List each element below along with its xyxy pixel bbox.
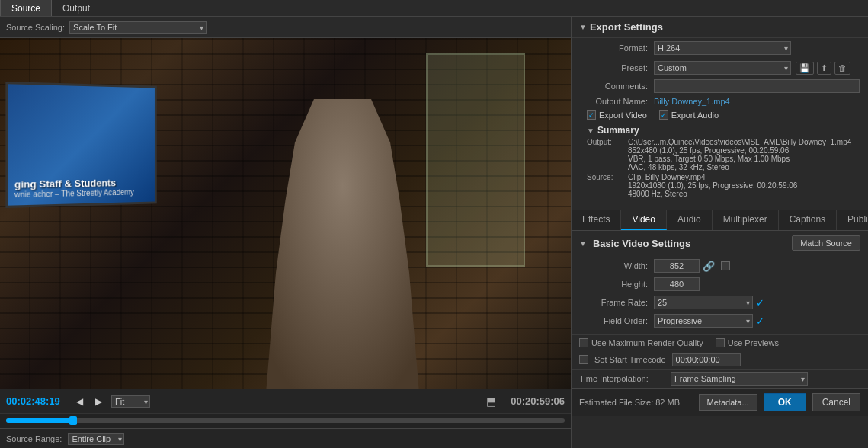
- tab-multiplexer[interactable]: Multiplexer: [713, 210, 779, 230]
- progress-handle[interactable]: [69, 416, 77, 425]
- ok-button[interactable]: OK: [764, 393, 806, 411]
- start-timecode-checkbox[interactable]: [579, 355, 588, 364]
- use-previews-checkbox[interactable]: [716, 338, 725, 347]
- source-range-select[interactable]: Entire Clip Work Area In to Out: [68, 433, 124, 445]
- video-settings-title: Basic Video Settings: [593, 238, 690, 249]
- comments-input[interactable]: [654, 79, 860, 93]
- progress-bar-fill: [6, 418, 73, 423]
- interpolation-row: Time Interpolation: Frame Sampling Frame…: [572, 369, 868, 388]
- progress-bar-track[interactable]: [6, 418, 565, 423]
- divider-1: [572, 206, 868, 206]
- summary-section: ▼ Summary Output: C:\User...m.Quince\Vid…: [572, 122, 868, 203]
- timecode-input[interactable]: [672, 353, 741, 366]
- format-label: Format:: [587, 43, 648, 53]
- width-check: [721, 261, 730, 270]
- tab-publish[interactable]: Publish: [837, 210, 868, 230]
- next-frame-btn[interactable]: ▶: [92, 395, 105, 408]
- frame-rate-label: Frame Rate:: [579, 298, 648, 307]
- summary-output-val: C:\User...m.Quince\Videos\videos\MSL_AME…: [628, 138, 851, 171]
- start-timecode-label: Set Start Timecode: [594, 355, 666, 364]
- source-range-label: Source Range:: [6, 434, 62, 443]
- export-checks: ✓ Export Video ✓ Export Audio: [572, 108, 868, 122]
- export-settings-header: ▼ Export Settings: [572, 17, 868, 38]
- tab-audio[interactable]: Audio: [667, 210, 713, 230]
- fit-select[interactable]: Fit 25% 50% 75% 100%: [111, 395, 150, 408]
- tab-output[interactable]: Output: [52, 0, 101, 16]
- output-name-label: Output Name:: [587, 97, 648, 106]
- max-quality-checkbox[interactable]: [579, 338, 588, 347]
- max-quality-item: Use Maximum Render Quality: [579, 338, 703, 347]
- link-icon: 🔗: [703, 261, 715, 272]
- interpolation-select-wrapper: Frame Sampling Frame Blending Optical Fl…: [671, 372, 808, 386]
- metadata-button[interactable]: Metadata...: [699, 394, 757, 411]
- progress-bar-container[interactable]: [0, 413, 571, 428]
- interpolation-label: Time Interpolation:: [579, 374, 671, 383]
- export-audio-checkbox[interactable]: ✓: [659, 110, 668, 120]
- export-video-check-item: ✓ Export Video: [587, 110, 647, 120]
- preset-select[interactable]: Custom Match Source - High bitrate YouTu…: [654, 61, 791, 75]
- field-order-select-wrapper: Progressive Upper First Lower First: [654, 314, 753, 328]
- export-video-label: Export Video: [599, 110, 647, 120]
- tv-screen: ging Staff & Students wnie acher – The S…: [5, 82, 156, 208]
- timeline-controls: 00:02:48:19 ◀ ▶ Fit 25% 50% 75% 100% ⬒ 0…: [0, 389, 571, 413]
- timecode-row: Set Start Timecode: [572, 350, 868, 369]
- save-preset-btn[interactable]: 💾: [796, 62, 814, 75]
- use-previews-item: Use Previews: [716, 338, 779, 347]
- width-input[interactable]: [654, 259, 700, 273]
- summary-toggle[interactable]: ▼: [587, 126, 594, 135]
- top-tabs-bar: Source Output: [0, 0, 868, 17]
- video-preview: ging Staff & Students wnie acher – The S…: [0, 38, 571, 389]
- right-panel: ▼ Export Settings Format: H.264 H.265 AA…: [572, 17, 868, 448]
- tv-content: ging Staff & Students wnie acher – The S…: [8, 84, 155, 205]
- tab-video[interactable]: Video: [621, 210, 666, 230]
- height-input[interactable]: [654, 277, 700, 291]
- tab-source[interactable]: Source: [0, 0, 52, 16]
- interpolation-select[interactable]: Frame Sampling Frame Blending Optical Fl…: [671, 372, 808, 386]
- summary-source-block: Source: Clip, Billy Downey.mp4 1920x1080…: [587, 173, 860, 198]
- frame-rate-checkmark: ✓: [756, 297, 764, 309]
- match-source-button[interactable]: Match Source: [792, 235, 860, 251]
- cancel-button[interactable]: Cancel: [812, 393, 860, 411]
- export-video-checkbox[interactable]: ✓: [587, 110, 596, 120]
- field-order-label: Field Order:: [579, 316, 648, 325]
- height-label: Height:: [579, 280, 648, 289]
- max-quality-label: Use Maximum Render Quality: [591, 338, 703, 347]
- comments-row: Comments:: [572, 78, 868, 94]
- total-time-display: 00:20:59:06: [504, 395, 565, 407]
- tab-captions[interactable]: Captions: [779, 210, 837, 230]
- left-panel: Source Scaling: Scale To Fit Scale To Fi…: [0, 17, 572, 448]
- export-frame-btn[interactable]: ⬒: [485, 394, 498, 409]
- preset-label: Preset:: [587, 63, 648, 72]
- source-scaling-bar: Source Scaling: Scale To Fit Scale To Fi…: [0, 17, 571, 38]
- format-select-wrapper: H.264 H.265 AAC Audio AIFF AVI: [654, 41, 791, 55]
- output-name-link[interactable]: Billy Downey_1.mp4: [654, 97, 730, 106]
- delete-preset-btn[interactable]: 🗑: [834, 62, 850, 75]
- width-label: Width:: [579, 261, 648, 270]
- source-scaling-select[interactable]: Scale To Fit Scale To Fill Stretch To Fi…: [69, 21, 207, 34]
- tab-effects[interactable]: Effects: [572, 210, 621, 230]
- field-order-select[interactable]: Progressive Upper First Lower First: [654, 314, 753, 328]
- video-settings-title-group: ▼ Basic Video Settings: [579, 238, 690, 249]
- frame-rate-select[interactable]: 25 23.976 24 29.97 30 50 59.94 60: [654, 296, 753, 309]
- source-range-bar: Source Range: Entire Clip Work Area In t…: [0, 428, 571, 448]
- summary-title: Summary: [597, 125, 639, 136]
- preset-row: Preset: Custom Match Source - High bitra…: [572, 58, 868, 78]
- format-row: Format: H.264 H.265 AAC Audio AIFF AVI: [572, 38, 868, 58]
- summary-source-val: Clip, Billy Downey.mp4 1920x1080 (1.0), …: [628, 173, 797, 198]
- frame-rate-select-wrapper: 25 23.976 24 29.97 30 50 59.94 60: [654, 296, 753, 309]
- format-select[interactable]: H.264 H.265 AAC Audio AIFF AVI: [654, 41, 791, 55]
- video-settings-section: ▼ Basic Video Settings Match Source Widt…: [572, 231, 868, 334]
- source-scaling-label: Source Scaling:: [6, 23, 65, 32]
- source-range-select-wrapper: Entire Clip Work Area In to Out: [68, 433, 124, 445]
- prev-frame-btn[interactable]: ◀: [73, 395, 86, 408]
- preset-icons: 💾 ⬆ 🗑: [796, 62, 850, 75]
- fit-select-wrapper: Fit 25% 50% 75% 100%: [111, 395, 150, 408]
- field-order-row: Field Order: Progressive Upper First Low…: [579, 312, 860, 330]
- video-settings-header: ▼ Basic Video Settings Match Source: [579, 235, 860, 251]
- use-previews-label: Use Previews: [728, 338, 779, 347]
- field-order-checkmark: ✓: [756, 315, 764, 327]
- width-row: Width: 🔗: [579, 257, 860, 275]
- import-preset-btn[interactable]: ⬆: [817, 62, 831, 75]
- export-settings-toggle[interactable]: ▼: [579, 23, 587, 31]
- video-settings-toggle[interactable]: ▼: [579, 239, 587, 248]
